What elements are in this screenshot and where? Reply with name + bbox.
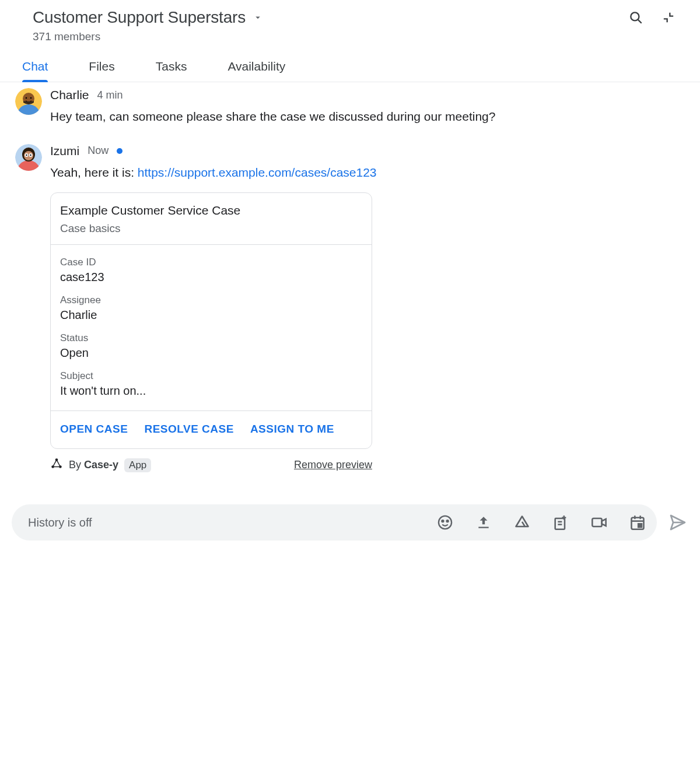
field-value: Charlie bbox=[60, 308, 362, 322]
card-field: Case ID case123 bbox=[60, 257, 362, 284]
avatar[interactable] bbox=[15, 144, 42, 171]
svg-point-13 bbox=[26, 154, 27, 155]
assign-to-me-button[interactable]: ASSIGN TO ME bbox=[250, 423, 334, 436]
message-link[interactable]: https://support.example.com/cases/case12… bbox=[138, 166, 377, 179]
field-value: Open bbox=[60, 346, 362, 360]
sender-name: Charlie bbox=[50, 88, 89, 102]
svg-point-6 bbox=[30, 97, 32, 99]
card-subtitle: Case basics bbox=[60, 222, 362, 235]
video-call-icon[interactable] bbox=[590, 514, 608, 531]
svg-point-14 bbox=[30, 154, 31, 155]
resolve-case-button[interactable]: RESOLVE CASE bbox=[144, 423, 233, 436]
field-value: case123 bbox=[60, 271, 362, 284]
field-label: Subject bbox=[60, 370, 362, 382]
svg-point-0 bbox=[631, 12, 639, 20]
message: Charlie 4 min Hey team, can someone plea… bbox=[50, 88, 667, 127]
create-doc-icon[interactable] bbox=[552, 514, 569, 531]
field-label: Status bbox=[60, 332, 362, 344]
card-by-text: By Case-y bbox=[69, 459, 118, 471]
card-field: Assignee Charlie bbox=[60, 294, 362, 322]
tab-bar: Chat Files Tasks Availability bbox=[0, 55, 700, 82]
field-value: It won't turn on... bbox=[60, 384, 362, 398]
card-title: Example Customer Service Case bbox=[60, 203, 362, 217]
message-text-prefix: Yeah, here it is: bbox=[50, 166, 138, 179]
svg-point-5 bbox=[26, 97, 27, 99]
unread-indicator-icon bbox=[117, 148, 123, 154]
compose-input[interactable]: History is off bbox=[12, 504, 657, 541]
upload-icon[interactable] bbox=[475, 514, 492, 531]
remove-preview-button[interactable]: Remove preview bbox=[294, 459, 372, 471]
space-dropdown-icon[interactable] bbox=[253, 12, 263, 23]
sender-name: Izumi bbox=[50, 144, 79, 158]
svg-line-1 bbox=[638, 20, 642, 23]
app-badge: App bbox=[124, 458, 151, 472]
message-text: Hey team, can someone please share the c… bbox=[50, 107, 667, 127]
compose-placeholder: History is off bbox=[28, 516, 436, 529]
message-text: Yeah, here it is: https://support.exampl… bbox=[50, 163, 667, 183]
tab-tasks[interactable]: Tasks bbox=[156, 55, 187, 82]
tab-availability[interactable]: Availability bbox=[228, 55, 285, 82]
send-button[interactable] bbox=[667, 512, 688, 533]
tab-chat[interactable]: Chat bbox=[22, 55, 48, 82]
webhook-icon bbox=[50, 457, 63, 473]
svg-point-19 bbox=[439, 516, 452, 529]
calendar-icon[interactable] bbox=[629, 514, 646, 531]
drive-icon[interactable] bbox=[513, 514, 531, 531]
member-count: 371 members bbox=[33, 30, 682, 43]
svg-point-20 bbox=[442, 520, 443, 522]
collapse-icon[interactable] bbox=[660, 9, 677, 26]
tab-files[interactable]: Files bbox=[89, 55, 114, 82]
avatar[interactable] bbox=[15, 88, 42, 115]
svg-rect-30 bbox=[638, 524, 642, 528]
link-preview-card: Example Customer Service Case Case basic… bbox=[50, 192, 372, 449]
svg-point-21 bbox=[447, 520, 449, 522]
search-icon[interactable] bbox=[628, 9, 644, 26]
card-field: Subject It won't turn on... bbox=[60, 370, 362, 398]
timestamp: 4 min bbox=[97, 89, 123, 101]
message: Izumi Now Yeah, here it is: https://supp… bbox=[50, 144, 667, 473]
open-case-button[interactable]: OPEN CASE bbox=[60, 423, 128, 436]
space-title: Customer Support Superstars bbox=[33, 8, 246, 27]
svg-rect-25 bbox=[592, 518, 601, 527]
emoji-icon[interactable] bbox=[436, 514, 454, 531]
field-label: Assignee bbox=[60, 294, 362, 306]
card-field: Status Open bbox=[60, 332, 362, 360]
field-label: Case ID bbox=[60, 257, 362, 268]
timestamp: Now bbox=[88, 145, 108, 157]
